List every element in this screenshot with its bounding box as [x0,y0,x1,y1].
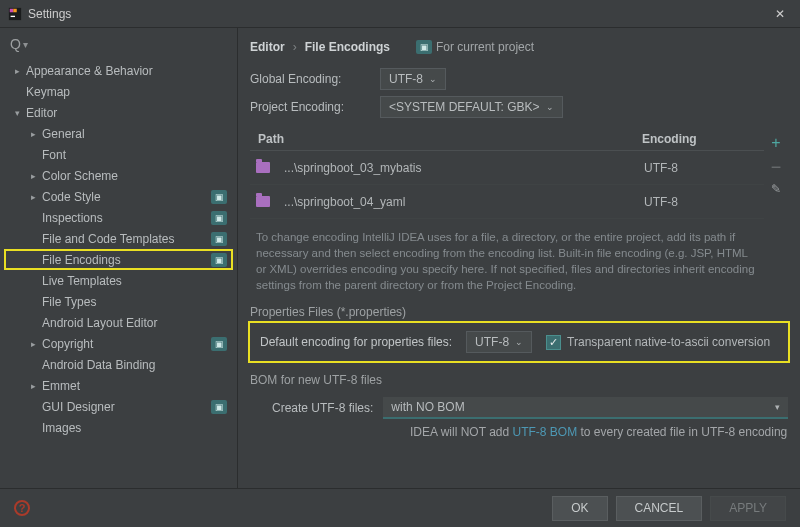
close-icon[interactable]: ✕ [768,7,792,21]
edit-path-button[interactable]: ✎ [771,182,781,196]
project-scope-icon: ▣ [211,400,227,414]
chevron-right-icon: ▸ [26,339,40,349]
bom-label: Create UTF-8 files: [250,401,373,415]
add-path-button[interactable]: + [771,134,780,152]
sidebar-item-label: Android Layout Editor [40,316,157,330]
chevron-right-icon: ▸ [26,381,40,391]
col-encoding[interactable]: Encoding [642,132,762,146]
svg-rect-1 [11,15,15,16]
sidebar-item-label: Emmet [40,379,80,393]
breadcrumb-editor[interactable]: Editor [250,40,285,54]
sidebar-item-file-and-code-templates[interactable]: ▸File and Code Templates▣ [4,228,233,249]
breadcrumb-page: File Encodings [305,40,390,54]
project-scope-pill: ▣ For current project [408,38,542,56]
breadcrumb: Editor › File Encodings ▣ For current pr… [250,36,788,66]
project-scope-icon: ▣ [211,337,227,351]
properties-encoding-select[interactable]: UTF-8 ⌄ [466,331,532,353]
sidebar-item-label: Appearance & Behavior [24,64,153,78]
sidebar-item-appearance-behavior[interactable]: ▸Appearance & Behavior [4,60,233,81]
sidebar-item-label: General [40,127,85,141]
sidebar-item-label: Live Templates [40,274,122,288]
sidebar-item-label: Code Style [40,190,101,204]
sidebar-item-gui-designer[interactable]: ▸GUI Designer▣ [4,396,233,417]
project-scope-icon: ▣ [211,211,227,225]
sidebar-item-general[interactable]: ▸General [4,123,233,144]
sidebar-item-label: Keymap [24,85,70,99]
sidebar-item-label: Android Data Binding [40,358,155,372]
sidebar-item-color-scheme[interactable]: ▸Color Scheme [4,165,233,186]
title-bar: Settings ✕ [0,0,800,28]
encoding-table: Path Encoding ...\springboot_03_mybatisU… [250,128,764,299]
chevron-right-icon: ▸ [26,171,40,181]
search-input[interactable]: Q▾ [0,32,237,60]
sidebar-item-code-style[interactable]: ▸Code Style▣ [4,186,233,207]
project-encoding-select[interactable]: <SYSTEM DEFAULT: GBK> ⌄ [380,96,563,118]
chevron-down-icon: ▾ [23,39,28,50]
search-icon: Q [10,36,21,52]
sidebar-item-copyright[interactable]: ▸Copyright▣ [4,333,233,354]
table-row[interactable]: ...\springboot_03_mybatisUTF-8 [250,151,764,185]
row-path: ...\springboot_03_mybatis [278,161,644,175]
sidebar-item-label: Color Scheme [40,169,118,183]
transparent-conversion-label[interactable]: Transparent native-to-ascii conversion [567,335,770,349]
sidebar-item-label: Editor [24,106,57,120]
project-scope-icon: ▣ [211,232,227,246]
svg-rect-2 [10,8,14,12]
project-scope-icon: ▣ [211,190,227,204]
sidebar-item-live-templates[interactable]: ▸Live Templates [4,270,233,291]
cancel-button[interactable]: CANCEL [616,496,703,521]
row-encoding[interactable]: UTF-8 [644,195,764,209]
properties-section-title: Properties Files (*.properties) [250,305,788,319]
sidebar-item-file-encodings[interactable]: ▸File Encodings▣ [4,249,233,270]
chevron-down-icon: ⌄ [515,337,523,347]
project-encoding-label: Project Encoding: [250,100,380,114]
sidebar: Q▾ ▸Appearance & Behavior▸Keymap▾Editor▸… [0,28,238,488]
project-icon: ▣ [416,40,432,54]
folder-icon [256,162,270,173]
sidebar-item-font[interactable]: ▸Font [4,144,233,165]
help-button[interactable]: ? [14,500,30,516]
table-row[interactable]: ...\springboot_04_yamlUTF-8 [250,185,764,219]
window-title: Settings [28,7,768,21]
bom-row: Create UTF-8 files: with NO BOM ▾ [250,397,788,419]
chevron-down-icon: ▾ [10,108,24,118]
transparent-conversion-checkbox[interactable]: ✓ [546,335,561,350]
col-path[interactable]: Path [252,132,642,146]
sidebar-item-label: File Encodings [40,253,121,267]
sidebar-item-images[interactable]: ▸Images [4,417,233,438]
chevron-down-icon: ▾ [775,402,780,412]
folder-icon [256,196,270,207]
bom-link[interactable]: UTF-8 BOM [512,425,577,439]
sidebar-item-label: File and Code Templates [40,232,175,246]
chevron-down-icon: ⌄ [429,74,437,84]
sidebar-item-keymap[interactable]: ▸Keymap [4,81,233,102]
ok-button[interactable]: OK [552,496,607,521]
settings-tree: ▸Appearance & Behavior▸Keymap▾Editor▸Gen… [0,60,237,438]
sidebar-item-android-data-binding[interactable]: ▸Android Data Binding [4,354,233,375]
remove-path-button[interactable]: − [771,162,782,172]
sidebar-item-label: Images [40,421,81,435]
chevron-down-icon: ⌄ [546,102,554,112]
sidebar-item-android-layout-editor[interactable]: ▸Android Layout Editor [4,312,233,333]
sidebar-item-editor[interactable]: ▾Editor [4,102,233,123]
global-encoding-label: Global Encoding: [250,72,380,86]
bom-note: IDEA will NOT add UTF-8 BOM to every cre… [250,419,788,439]
chevron-right-icon: ▸ [10,66,24,76]
global-encoding-row: Global Encoding: UTF-8 ⌄ [250,66,788,92]
sidebar-item-emmet[interactable]: ▸Emmet [4,375,233,396]
project-encoding-row: Project Encoding: <SYSTEM DEFAULT: GBK> … [250,94,788,120]
row-encoding[interactable]: UTF-8 [644,161,764,175]
app-icon [8,7,22,21]
sidebar-item-label: GUI Designer [40,400,115,414]
project-scope-icon: ▣ [211,253,227,267]
sidebar-item-label: Copyright [40,337,93,351]
encoding-hint: To change encoding IntelliJ IDEA uses fo… [250,219,764,299]
sidebar-item-file-types[interactable]: ▸File Types [4,291,233,312]
main-panel: Editor › File Encodings ▣ For current pr… [238,28,800,488]
apply-button[interactable]: APPLY [710,496,786,521]
global-encoding-select[interactable]: UTF-8 ⌄ [380,68,446,90]
sidebar-item-inspections[interactable]: ▸Inspections▣ [4,207,233,228]
chevron-right-icon: ▸ [26,129,40,139]
properties-encoding-label: Default encoding for properties files: [260,335,452,349]
bom-select[interactable]: with NO BOM ▾ [383,397,788,419]
